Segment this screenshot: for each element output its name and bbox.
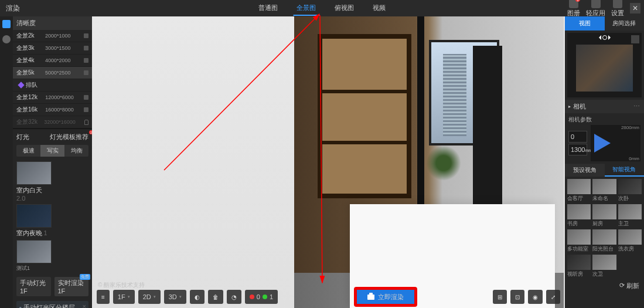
tab-manual-light[interactable]: 手动灯光 1F xyxy=(16,277,51,296)
tab-smart-view[interactable]: 智能视角 xyxy=(605,164,645,177)
more-icon[interactable]: ⋯ xyxy=(633,103,640,110)
res-32k: 全景32k32000*16000 xyxy=(13,116,92,128)
pan-handle[interactable] xyxy=(597,35,613,40)
light-note: ● 手动灯光区分楼层，此处仅显示当前层创建的灯光× xyxy=(16,301,88,308)
diamond-icon xyxy=(18,82,24,88)
coin-icon xyxy=(84,58,88,63)
light-preset-test[interactable]: 测试1 xyxy=(16,240,52,272)
lightapp-button[interactable]: 轻应用 xyxy=(586,0,605,18)
view-item[interactable]: 会客厅 xyxy=(567,179,591,202)
lightapp-label: 轻应用 xyxy=(586,9,605,18)
tool-icon-3[interactable]: ◔ xyxy=(227,290,241,304)
settings-button[interactable]: 设置 xyxy=(611,0,624,18)
light-preset-night[interactable]: 室内夜晚 1 xyxy=(16,204,52,238)
tab-room-select[interactable]: 房间选择 xyxy=(605,16,645,31)
tab-panorama[interactable]: 全景图 xyxy=(293,1,319,16)
top-tabs: 普通图 全景图 俯视图 视频 xyxy=(255,1,389,16)
coin-icon xyxy=(84,95,88,100)
light-mode-segment: 极速 写实 均衡 xyxy=(16,145,88,157)
queue-row[interactable]: 排队 xyxy=(13,79,92,92)
3d-select[interactable]: 3D▾ xyxy=(164,290,186,304)
height-bottom: 0mm xyxy=(629,156,639,161)
height-top: 2800mm xyxy=(621,125,639,130)
tab-preset-view[interactable]: 预设视角 xyxy=(565,164,605,177)
gallery-label: 图册 xyxy=(567,9,580,18)
res-2k[interactable]: 全景2k2000*1000 xyxy=(13,30,92,42)
status-indicator[interactable]: 01 xyxy=(245,290,278,304)
view-item[interactable]: 未命名 xyxy=(592,179,616,202)
coin-icon xyxy=(84,33,88,38)
light-template-link[interactable]: 灯光模板推荐2 xyxy=(50,133,88,141)
gear-icon xyxy=(613,0,622,8)
coin-icon xyxy=(84,70,88,75)
res-5k[interactable]: 全景5k5000*2500 xyxy=(13,67,92,79)
2d-select[interactable]: 2D▾ xyxy=(138,290,161,304)
tool-right-2[interactable]: ⊡ xyxy=(510,290,524,304)
camera-frustum[interactable]: 2800mm 0mm xyxy=(591,125,640,161)
view-item[interactable]: 厨房 xyxy=(592,204,616,228)
coin-icon xyxy=(84,46,88,50)
gallery-button[interactable]: 1 图册 xyxy=(567,0,580,18)
res-3k[interactable]: 全景3k3000*1500 xyxy=(13,42,92,55)
lock-icon xyxy=(84,120,88,125)
tool-right-1[interactable]: ⊞ xyxy=(493,290,507,304)
tool-icon-1[interactable]: ◐ xyxy=(190,290,205,304)
scale-value[interactable]: 1300mm xyxy=(568,144,587,155)
close-button[interactable]: ✕ xyxy=(630,3,640,13)
expand-icon[interactable] xyxy=(631,35,639,43)
seg-realistic[interactable]: 写实 xyxy=(40,145,64,157)
app-title: 渲染 xyxy=(0,4,26,13)
tool-right-4[interactable]: ⤢ xyxy=(546,290,560,304)
play-icon xyxy=(591,0,601,8)
coin-icon xyxy=(84,107,88,112)
light-title: 灯光 xyxy=(16,133,29,141)
view-item[interactable]: 阳光照台 xyxy=(592,229,616,253)
view-item[interactable]: 主卫 xyxy=(618,204,642,228)
tab-view[interactable]: 视图 xyxy=(565,16,605,31)
close-icon[interactable]: × xyxy=(83,302,86,308)
view-item[interactable]: 视听房 xyxy=(567,255,591,278)
right-panel: 视图 房间选择 ▸相机⋯ 相机参数 0 1300mm 2800mm 0mm 预设… xyxy=(565,16,644,308)
tab-realtime-render[interactable]: 实时渲染 1F免费 xyxy=(54,277,89,296)
left-panel: 清晰度 全景2k2000*1000 全景3k3000*1500 全景4k4000… xyxy=(13,16,92,308)
camera-section[interactable]: ▸相机⋯ xyxy=(565,100,644,113)
left-rail xyxy=(0,16,13,308)
tab-normal[interactable]: 普通图 xyxy=(255,1,281,16)
view-item[interactable]: 多功能室 xyxy=(567,229,591,253)
tool-right-3[interactable]: ◉ xyxy=(528,290,543,304)
viewport[interactable]: © 酷家乐技术支持 ≡ 1F▾ 2D▾ 3D▾ ◐ 🗑 ◔ 01 立即渲染 ⊞ … xyxy=(92,16,565,308)
watermark: © 酷家乐技术支持 xyxy=(98,281,145,289)
filter-icon[interactable] xyxy=(2,20,11,28)
view-item[interactable]: 次卧 xyxy=(618,179,642,202)
view-item[interactable]: 次卫 xyxy=(592,255,616,278)
refresh-button[interactable]: ⟳刷新 xyxy=(565,280,644,294)
view-item[interactable]: 书房 xyxy=(567,204,591,228)
seg-balance[interactable]: 均衡 xyxy=(64,145,88,157)
scale-top[interactable]: 0 xyxy=(568,131,587,143)
resolution-header: 清晰度 xyxy=(13,16,92,30)
seg-fast[interactable]: 极速 xyxy=(16,145,40,157)
minimap[interactable] xyxy=(567,33,642,97)
tool-icon-2[interactable]: 🗑 xyxy=(208,290,223,304)
gear-icon[interactable] xyxy=(2,35,11,43)
camera-params-label: 相机参数 xyxy=(565,113,644,125)
layers-button[interactable]: ≡ xyxy=(97,290,110,304)
render-button[interactable]: 立即渲染 xyxy=(355,288,416,306)
camera-icon xyxy=(367,295,374,300)
light-preset-day[interactable]: 室内白天 2.0 xyxy=(16,161,52,202)
view-item[interactable]: 洗衣房 xyxy=(618,229,642,253)
res-12k[interactable]: 全景12k12000*6000 xyxy=(13,92,92,104)
tab-topview[interactable]: 俯视图 xyxy=(331,1,357,16)
tab-video[interactable]: 视频 xyxy=(369,1,389,16)
res-4k[interactable]: 全景4k4000*2000 xyxy=(13,55,92,67)
res-16k[interactable]: 全景16k16000*8000 xyxy=(13,104,92,116)
gallery-icon: 1 xyxy=(569,0,578,8)
settings-label: 设置 xyxy=(611,9,624,18)
floor-select[interactable]: 1F▾ xyxy=(113,290,135,304)
